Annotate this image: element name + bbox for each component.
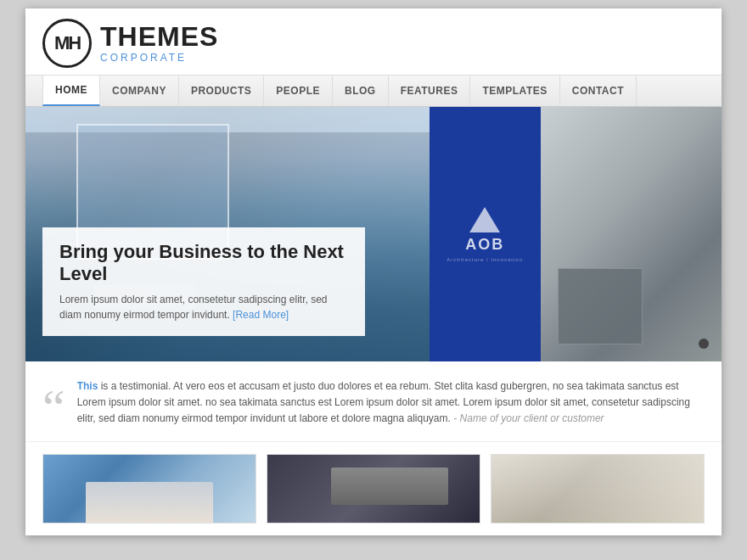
triangle-icon — [469, 207, 500, 232]
header: MH THEMES CORPORATE — [25, 8, 722, 75]
hero-logo-subtitle: Architecture / Innovation — [447, 257, 523, 262]
read-more-link[interactable]: [Read More] — [233, 309, 289, 321]
cards-section — [25, 442, 722, 535]
testimonial-section: “ This is a testimonial. At vero eos et … — [25, 361, 722, 442]
logo-icon[interactable]: MH — [42, 19, 92, 68]
nav-templates[interactable]: TEMPLATES — [470, 76, 559, 106]
testimonial-text: This is a testimonial. At vero eos et ac… — [77, 378, 705, 428]
nav-company[interactable]: COMPANY — [100, 76, 179, 106]
testimonial-author: - Name of your client or customer — [451, 412, 604, 424]
card-1-image — [43, 455, 256, 523]
hero-title: Bring your Business to the Next Level — [59, 241, 348, 285]
logo-brand: THEMES — [100, 23, 218, 50]
card-2-visual — [267, 455, 480, 523]
card-1[interactable] — [42, 454, 256, 524]
decorative-dot — [699, 339, 709, 349]
testimonial-highlight: This — [77, 380, 98, 392]
card-2-image — [267, 455, 480, 523]
logo-text-block: THEMES CORPORATE — [100, 23, 218, 64]
logo-initials: MH — [54, 32, 80, 54]
nav-features[interactable]: FEATURES — [389, 76, 471, 106]
nav-blog[interactable]: BLOG — [333, 76, 389, 106]
hero-brand-logo: AOB Architecture / Innovation — [447, 207, 523, 262]
nav-home[interactable]: HOME — [42, 76, 100, 106]
hero-logo-letters: AOB — [465, 236, 504, 254]
main-nav: HOME COMPANY PRODUCTS PEOPLE BLOG FEATUR… — [25, 75, 722, 107]
card-3-visual — [491, 455, 704, 523]
card-1-visual — [43, 455, 256, 523]
quote-mark-icon: “ — [42, 387, 65, 428]
card-3-image — [491, 455, 704, 523]
nav-people[interactable]: PEOPLE — [264, 76, 333, 106]
nav-products[interactable]: PRODUCTS — [179, 76, 264, 106]
hero-text-overlay: Bring your Business to the Next Level Lo… — [42, 227, 365, 336]
hero-description: Lorem ipsum dolor sit amet, consetetur s… — [59, 292, 348, 322]
logo-tagline: CORPORATE — [100, 52, 218, 64]
hero-section: AOB Architecture / Innovation Bring your… — [25, 107, 722, 361]
nav-contact[interactable]: CONTACT — [560, 76, 637, 106]
decorative-box — [558, 268, 643, 344]
page-wrapper: MH THEMES CORPORATE HOME COMPANY PRODUCT… — [25, 8, 722, 535]
card-3[interactable] — [491, 454, 705, 524]
card-2[interactable] — [267, 454, 480, 524]
hero-right-panel — [541, 107, 722, 361]
hero-center-panel: AOB Architecture / Innovation — [430, 107, 541, 361]
